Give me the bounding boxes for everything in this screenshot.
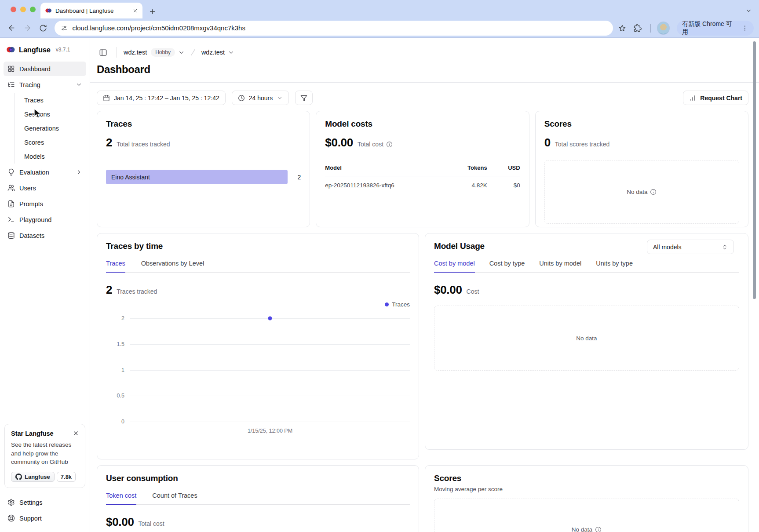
tab-units-by-model[interactable]: Units by model [539,260,581,272]
request-chart-button[interactable]: Request Chart [683,91,748,105]
model-costs-card: Model costs $0.00 Total cost Model [316,111,529,227]
sidebar-label-users: Users [19,185,36,192]
sidebar-item-tracing[interactable]: Tracing [4,77,86,92]
card-title: Model costs [325,119,520,129]
mouse-cursor [34,108,44,119]
info-icon[interactable] [650,189,657,195]
url-bar[interactable]: cloud.langfuse.com/project/cm50idm0208mx… [55,21,613,36]
tab-cost-by-model[interactable]: Cost by model [434,260,475,272]
sidebar-item-playground[interactable]: Playground [4,212,86,227]
user-consumption-card: User consumption Token cost Count of Tra… [97,465,419,532]
info-icon[interactable] [595,526,602,532]
new-tab-button[interactable] [149,8,156,15]
sidebar-toggle-icon[interactable] [97,46,109,58]
extensions-icon[interactable] [631,22,644,35]
sidebar-item-datasets[interactable]: Datasets [4,228,86,243]
sidebar-label-datasets: Datasets [19,232,44,239]
browser-toolbar: cloud.langfuse.com/project/cm50idm0208mx… [0,18,759,37]
chart-point-traces[interactable] [268,317,272,321]
cell-usd: $0 [487,182,520,189]
kebab-menu-icon[interactable] [741,25,748,32]
org-name[interactable]: wdz.test [124,49,147,56]
cards-row-2: Traces by time Traces Observations by Le… [97,233,748,459]
all-models-select[interactable]: All models [647,240,734,254]
y-tick: 2 [106,315,124,321]
time-preset-button[interactable]: 24 hours [232,91,289,105]
users-icon [7,184,15,192]
tab-units-by-type[interactable]: Units by type [596,260,633,272]
zoom-window-button[interactable] [30,7,36,12]
sidebar-item-evaluation[interactable]: Evaluation [4,165,86,179]
github-repo-button[interactable]: Langfuse [11,472,55,482]
sidebar-footer: Settings Support [0,495,90,532]
plan-badge: Hobby [151,48,175,57]
card-subtitle: Moving average per score [434,486,739,492]
minimize-window-button[interactable] [20,7,26,12]
filter-button[interactable] [295,91,313,105]
site-settings-icon[interactable] [61,25,68,32]
sidebar-item-sessions[interactable]: Sessions [15,107,86,121]
brand-version: v3.7.1 [56,47,70,53]
table-row[interactable]: ep-20250112193826-xftq6 4.82K $0 [325,176,520,189]
langfuse-logo-icon [6,45,15,54]
close-window-button[interactable] [11,7,16,12]
calendar-icon [103,95,110,102]
tab-count-of-traces[interactable]: Count of Traces [152,492,197,504]
back-icon[interactable] [5,22,18,35]
request-chart-label: Request Chart [700,95,742,102]
bookmark-star-icon[interactable] [616,22,628,35]
sidebar-label-tracing: Tracing [19,81,40,88]
info-icon[interactable] [386,141,393,148]
close-icon[interactable] [73,430,79,437]
sidebar-item-traces[interactable]: Traces [15,93,86,107]
sidebar-item-settings[interactable]: Settings [4,495,86,510]
profile-avatar[interactable] [657,22,670,35]
trace-bar-row[interactable]: Eino Assistant 2 [106,170,301,184]
sidebar-item-support[interactable]: Support [4,511,86,525]
sidebar-item-scores[interactable]: Scores [15,135,86,149]
window-controls [11,0,36,18]
tab-traces[interactable]: Traces [106,260,125,272]
page-scrollbar[interactable] [753,41,756,299]
no-data-text: No data [572,526,592,532]
close-tab-icon[interactable] [132,8,138,14]
project-name[interactable]: wdz.test [201,49,225,56]
sidebar-item-dashboard[interactable]: Dashboard [4,62,86,76]
user-consumption-value: $0.00 [106,515,134,529]
user-consumption-tabs: Token cost Count of Traces [106,492,410,505]
model-usage-tabs: Cost by model Cost by type Units by mode… [434,260,739,273]
sidebar-item-users[interactable]: Users [4,181,86,195]
bar-chart-icon [689,95,696,102]
tab-token-cost[interactable]: Token cost [106,492,136,504]
chrome-update-button[interactable]: 有新版 Chrome 可用 [677,21,754,36]
cards-row-3: User consumption Token cost Count of Tra… [97,465,748,532]
scores-total-value: 0 [544,136,551,149]
model-usage-cost-value: $0.00 [434,283,462,297]
reload-icon[interactable] [36,22,49,35]
sidebar-item-models[interactable]: Models [15,149,86,164]
browser-tab[interactable]: Dashboard | Langfuse [40,3,142,18]
tab-observations-by-level[interactable]: Observations by Level [141,260,204,272]
forward-icon[interactable] [21,22,33,35]
sidebar-item-generations[interactable]: Generations [15,121,86,135]
x-axis-label: 1/15/25, 12:00 PM [130,428,410,434]
github-star-count[interactable]: 7.8k [57,472,76,482]
breadcrumb: wdz.test Hobby wdz.test [97,46,748,59]
trace-bar-value: 2 [288,174,301,181]
all-models-label: All models [653,244,682,251]
model-costs-value: $0.00 [325,136,353,149]
legend-dot-traces [385,302,389,306]
dashboard-grid-icon [7,65,15,73]
tab-cost-by-type[interactable]: Cost by type [489,260,525,272]
date-range-button[interactable]: Jan 14, 25 : 12:42 – Jan 15, 25 : 12:42 [97,91,226,105]
chevron-down-icon[interactable] [178,49,185,56]
sidebar-label-prompts: Prompts [19,200,43,208]
breadcrumb-divider [116,47,117,58]
tab-search-icon[interactable] [745,7,752,14]
chevron-down-icon [277,95,283,101]
y-tick: 0 [106,419,124,425]
sidebar-item-prompts[interactable]: Prompts [4,197,86,211]
star-card-body: See the latest releases and help grow th… [11,441,79,466]
scores-bottom-card: Scores Moving average per score No data [425,465,748,532]
chevron-down-icon[interactable] [228,49,234,56]
